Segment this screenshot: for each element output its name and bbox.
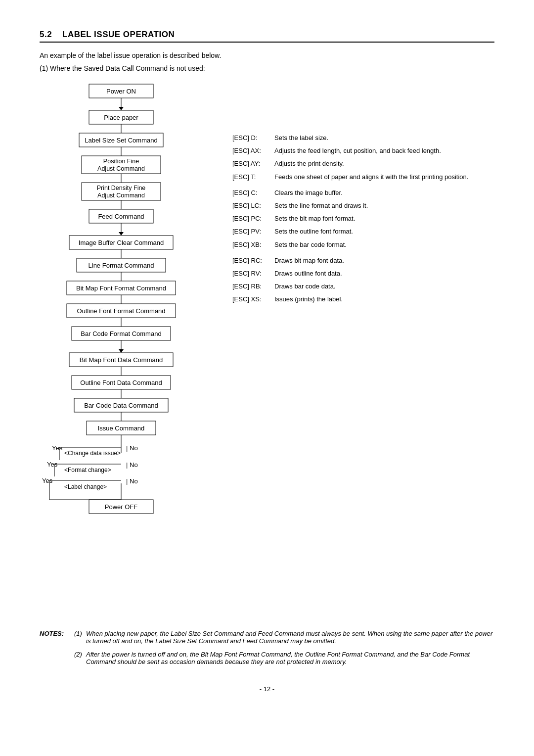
flowchart: Power ON Place paper Label Size Set Comm… [40,79,218,615]
annotation-item: [ESC] RB: Draws bar code data. [232,282,494,291]
ann-code: [ESC] XB: [232,240,274,249]
svg-text:Label Size Set Command: Label Size Set Command [85,137,157,144]
svg-text:Adjust Command: Adjust Command [97,192,145,199]
annotation-item: [ESC] PV: Sets the outline font format. [232,227,494,236]
annotation-item: [ESC] AY: Adjusts the print density. [232,159,494,168]
ann-text: Sets the bit map font format. [274,214,355,223]
ann-code: [ESC] C: [232,189,274,197]
ann-text: Sets the label size. [274,134,328,142]
diagram-area: Power ON Place paper Label Size Set Comm… [40,79,494,615]
ann-text: Issues (prints) the label. [274,295,343,304]
svg-text:<Change data issue>: <Change data issue> [64,450,121,457]
annotation-item: [ESC] C: Clears the image buffer. [232,189,494,197]
ann-text: Draws bar code data. [274,282,336,291]
svg-text:Bar Code Data Command: Bar Code Data Command [84,402,158,409]
ann-text: Sets the outline font format. [274,227,353,236]
ann-code: [ESC] XS: [232,295,274,304]
ann-code: [ESC] D: [232,134,274,142]
ann-code: [ESC] RC: [232,256,274,265]
svg-text:Feed Command: Feed Command [98,213,144,220]
svg-text:Bar Code Format Command: Bar Code Format Command [81,330,161,337]
ann-code: [ESC] PC: [232,214,274,223]
ann-code: [ESC] RB: [232,282,274,291]
ann-text: Draws bit map font data. [274,256,344,265]
ann-text: Adjusts the feed length, cut position, a… [274,146,441,155]
svg-text:| No: | No [126,444,138,452]
note-number-2: (2) [74,651,86,665]
note-row-1: NOTES: (1) When placing new paper, the L… [40,630,494,645]
notes-label: NOTES: [40,630,74,645]
ann-text: Draws outline font data. [274,269,342,278]
page-number: - 12 - [40,685,494,693]
ann-text: Sets the line format and draws it. [274,201,368,210]
svg-text:Image Buffer Clear Command: Image Buffer Clear Command [79,239,164,246]
svg-text:Line Format Command: Line Format Command [89,262,154,269]
ann-code: [ESC] LC: [232,201,274,210]
svg-text:Place paper: Place paper [104,114,138,121]
annotation-item: [ESC] XS: Issues (prints) the label. [232,295,494,304]
annotation-item: [ESC] RV: Draws outline font data. [232,269,494,278]
annotation-item: [ESC] D: Sets the label size. [232,134,494,142]
svg-marker-3 [119,107,124,110]
svg-text:Print Density Fine: Print Density Fine [97,185,146,191]
svg-text:Power OFF: Power OFF [105,503,138,511]
annotation-item: [ESC] PC: Sets the bit map font format. [232,214,494,223]
ann-text: Adjusts the print density. [274,159,344,168]
svg-text:Issue Command: Issue Command [98,425,145,432]
note-text-1: When placing new paper, the Label Size S… [86,630,494,645]
note-text-2: After the power is turned off and on, th… [86,651,494,665]
svg-text:| No: | No [126,461,138,469]
annotations-column: [ESC] D: Sets the label size. [ESC] AX: … [232,79,494,308]
ann-text: Sets the bar code format. [274,240,347,249]
svg-text:| No: | No [126,477,138,485]
ann-text: Feeds one sheet of paper and aligns it w… [274,173,468,182]
annotation-item: [ESC] AX: Adjusts the feed length, cut p… [232,146,494,155]
annotation-item: [ESC] LC: Sets the line format and draws… [232,201,494,210]
sub-label: (1) Where the Saved Data Call Command is… [40,64,494,72]
ann-text: Clears the image buffer. [274,189,343,197]
annotation-item: [ESC] T: Feeds one sheet of paper and al… [232,173,494,182]
annotation-item: [ESC] XB: Sets the bar code format. [232,240,494,249]
annotation-item: [ESC] RC: Draws bit map font data. [232,256,494,265]
svg-text:Position Fine: Position Fine [103,158,139,165]
note-row-2: (2) After the power is turned off and on… [40,651,494,665]
svg-text:Yes: Yes [52,444,63,452]
svg-marker-21 [119,232,124,236]
svg-text:Outline Font Data Command: Outline Font Data Command [80,379,162,386]
svg-text:Power ON: Power ON [106,88,136,95]
svg-marker-37 [119,349,124,353]
svg-text:Bit Map Font Data Command: Bit Map Font Data Command [80,356,163,364]
ann-code: [ESC] RV: [232,269,274,278]
svg-text:<Label change>: <Label change> [64,483,107,490]
svg-text:Bit Map Font Format Command: Bit Map Font Format Command [76,284,166,292]
intro-text: An example of the label issue operation … [40,51,494,59]
ann-code: [ESC] AY: [232,159,274,168]
svg-text:Adjust Command: Adjust Command [97,165,145,172]
svg-text:Outline Font Format Command: Outline Font Format Command [77,307,165,315]
ann-code: [ESC] T: [232,173,274,182]
note-number-1: (1) [74,630,86,645]
notes-section: NOTES: (1) When placing new paper, the L… [40,630,494,665]
ann-code: [ESC] PV: [232,227,274,236]
ann-code: [ESC] AX: [232,146,274,155]
svg-text:<Format change>: <Format change> [64,467,111,473]
section-heading: 5.2 LABEL ISSUE OPERATION [40,30,494,43]
